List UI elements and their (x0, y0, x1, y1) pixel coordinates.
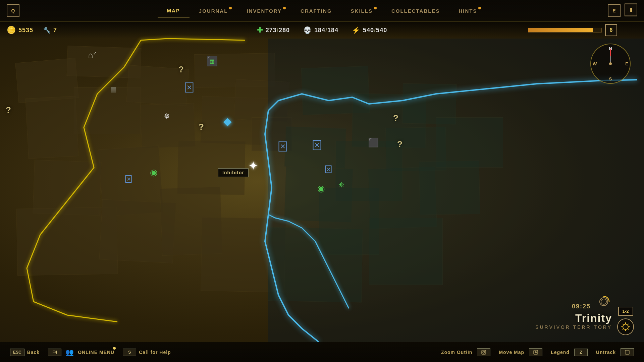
online-menu-label: ONLINE MENU (78, 350, 114, 355)
compass-west: W (593, 61, 597, 66)
svg-line-8 (628, 329, 629, 330)
svg-rect-11 (482, 350, 486, 354)
xp-area: 6 (528, 24, 617, 36)
lightning-icon: ⚡ (352, 26, 360, 34)
back-button[interactable]: ESC Back (10, 349, 40, 356)
online-menu-button[interactable]: F4 👥 ONLINE MENU (48, 348, 114, 356)
svg-line-9 (628, 324, 629, 325)
q-button[interactable]: Q (7, 4, 19, 17)
stamina-max: 184 (327, 27, 338, 34)
tab-hints[interactable]: HINTS (449, 5, 486, 17)
inventory-badge (283, 7, 286, 9)
svg-rect-15 (625, 350, 629, 354)
e-button[interactable]: E (608, 4, 621, 17)
compass: N S W E (590, 44, 631, 84)
call-for-help-label: Call for Help (139, 350, 171, 355)
hp-current: 273 (266, 27, 277, 34)
player-icon: ✦ (248, 159, 258, 173)
bottom-right-actions: Zoom Out/In Move Map Legend Z Untra (441, 348, 634, 356)
location-name: Trinity (535, 312, 612, 324)
zoom-button[interactable]: Zoom Out/In (441, 348, 490, 356)
compass-needle (610, 49, 611, 64)
tab-inventory[interactable]: INVENTORY (237, 5, 291, 17)
energy-current: 540 (363, 27, 374, 34)
untrack-label: Untrack (596, 350, 616, 355)
compass-ring: N S W E (590, 44, 631, 84)
tab-map[interactable]: MAP (158, 4, 190, 17)
gold-value: 5535 (18, 27, 33, 34)
e-button-container: E (608, 4, 621, 17)
bottom-left-actions: ESC Back F4 👥 ONLINE MENU S Call for Hel… (10, 348, 171, 356)
skills-badge (374, 7, 377, 9)
compass-east: E (625, 61, 628, 66)
unknown-marker-2: ? (6, 105, 11, 115)
stats-bar: 🪙 5535 🔧 7 ✚ 273/280 💀 184/184 ⚡ 540/540 (0, 22, 644, 39)
inhibitor-tooltip: Inhibitor (218, 168, 249, 177)
hp-icon: ✚ (257, 26, 263, 35)
legend-button[interactable]: Legend Z (551, 349, 588, 356)
gold-icon: 🪙 (7, 26, 16, 35)
hints-badge (478, 7, 481, 9)
journal-badge (229, 7, 232, 9)
esc-key: ESC (10, 349, 24, 356)
online-notification (113, 347, 116, 350)
hp-stat: ✚ 273/280 (257, 26, 290, 35)
legend-key: Z (574, 349, 588, 356)
level-badge: 6 (605, 24, 617, 36)
location-badges: 1-2 (617, 307, 634, 335)
arrows-icon: 🔧 (43, 26, 51, 34)
time-of-day-icon (617, 318, 634, 335)
move-map-button[interactable]: Move Map (499, 348, 542, 356)
zoom-label: Zoom Out/In (441, 350, 472, 355)
nav-corner-right: ⏸ (625, 4, 637, 18)
skull-icon: 💀 (303, 26, 312, 34)
center-stats: ✚ 273/280 💀 184/184 ⚡ 540/540 (257, 26, 387, 35)
tab-collectables[interactable]: COLLECTABLES (382, 5, 449, 17)
svg-point-1 (601, 299, 606, 304)
xp-bar-fill (528, 28, 593, 32)
compass-south: S (609, 76, 612, 81)
svg-point-14 (535, 351, 537, 353)
location-type: SURVIVOR TERRITORY (535, 324, 612, 330)
compass-center (609, 62, 612, 65)
call-for-help-button[interactable]: S Call for Help (123, 349, 171, 356)
tab-skills[interactable]: SKILLS (341, 5, 382, 17)
nav-corner-left: Q (7, 4, 19, 17)
hp-max: 280 (279, 27, 290, 34)
svg-line-7 (623, 324, 624, 325)
svg-point-12 (483, 351, 485, 353)
xp-bar (528, 28, 602, 33)
gold-stat: 🪙 5535 (7, 26, 33, 35)
e-key-label: E (612, 8, 615, 13)
move-key (529, 348, 542, 356)
top-navigation: Q MAP JOURNAL INVENTORY CRAFTING SKILLS … (0, 0, 644, 22)
zoom-key (477, 348, 490, 356)
move-map-label: Move Map (499, 350, 524, 355)
tab-crafting[interactable]: CRAFTING (291, 5, 341, 17)
arrows-value: 7 (53, 27, 57, 34)
location-info: Trinity SURVIVOR TERRITORY 1-2 (535, 307, 634, 335)
svg-line-10 (623, 329, 624, 330)
district-badge: 1-2 (618, 307, 633, 316)
level-value: 6 (610, 27, 613, 33)
untrack-button[interactable]: Untrack (596, 348, 634, 356)
energy-stat: ⚡ 540/540 (352, 26, 387, 34)
energy-max: 540 (376, 27, 387, 34)
f4-key: F4 (48, 349, 61, 356)
stamina-current: 184 (314, 27, 325, 34)
tab-journal[interactable]: JOURNAL (190, 5, 237, 17)
skull-stat: 💀 184/184 (303, 26, 338, 34)
s-key: S (123, 349, 136, 356)
legend-label: Legend (551, 350, 570, 355)
q-key-label: Q (11, 8, 15, 13)
pause-button[interactable]: ⏸ (625, 4, 637, 16)
bottom-bar: ESC Back F4 👥 ONLINE MENU S Call for Hel… (0, 342, 644, 362)
svg-point-2 (623, 324, 628, 329)
arrows-stat: 🔧 7 (43, 26, 57, 34)
tooltip-text: Inhibitor (222, 170, 244, 175)
untrack-key (621, 348, 634, 356)
back-label: Back (27, 350, 40, 355)
location-text-group: Trinity SURVIVOR TERRITORY (535, 312, 612, 330)
nav-tabs: MAP JOURNAL INVENTORY CRAFTING SKILLS CO… (158, 4, 487, 17)
online-menu-icon: 👥 (65, 348, 74, 356)
